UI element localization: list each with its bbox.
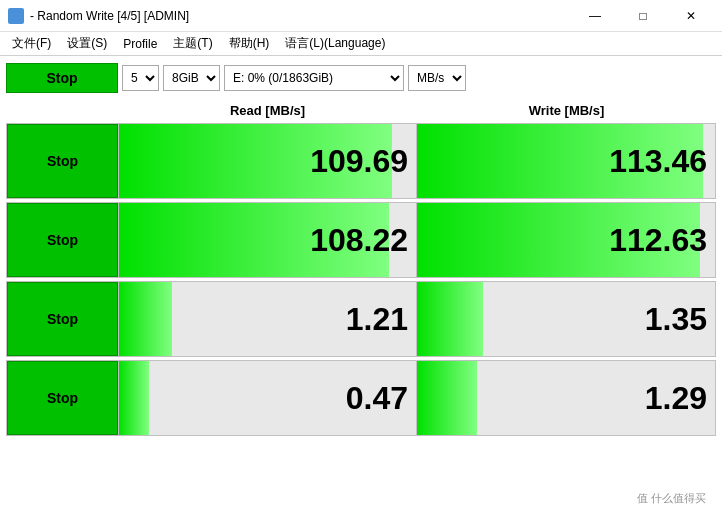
read-value-3: 0.47: [346, 380, 416, 417]
read-value-1: 108.22: [310, 222, 416, 259]
menu-file[interactable]: 文件(F): [4, 33, 59, 54]
write-value-2: 1.35: [645, 301, 715, 338]
read-value-2: 1.21: [346, 301, 416, 338]
row-stop-btn-cell: Stop: [7, 282, 119, 356]
watermark: 值 什么值得买: [637, 491, 706, 506]
write-value-1: 112.63: [609, 222, 715, 259]
write-cell-0: 113.46: [417, 124, 715, 198]
window-controls: — □ ✕: [572, 6, 714, 26]
row-stop-btn-cell: Stop: [7, 203, 119, 277]
write-cell-2: 1.35: [417, 282, 715, 356]
table-row: Stop0.471.29: [6, 360, 716, 436]
col-header-write: Write [MB/s]: [417, 100, 716, 121]
table-header: Read [MB/s] Write [MB/s]: [6, 100, 716, 121]
maximize-button[interactable]: □: [620, 6, 666, 26]
stop-button-row-0[interactable]: Stop: [7, 124, 118, 198]
minimize-button[interactable]: —: [572, 6, 618, 26]
write-value-3: 1.29: [645, 380, 715, 417]
read-cell-3: 0.47: [119, 361, 417, 435]
write-cell-1: 112.63: [417, 203, 715, 277]
count-select[interactable]: 5 1 3: [122, 65, 159, 91]
main-content: Stop 5 1 3 8GiB 1GiB 4GiB E: 0% (0/1863G…: [0, 56, 722, 518]
size-select[interactable]: 8GiB 1GiB 4GiB: [163, 65, 220, 91]
menu-settings[interactable]: 设置(S): [59, 33, 115, 54]
table-row: Stop108.22112.63: [6, 202, 716, 278]
app-icon: [8, 8, 24, 24]
title-bar: - Random Write [4/5] [ADMIN] — □ ✕: [0, 0, 722, 32]
menu-theme[interactable]: 主题(T): [165, 33, 220, 54]
bench-rows: Stop109.69113.46Stop108.22112.63Stop1.21…: [6, 123, 716, 436]
col-header-read: Read [MB/s]: [118, 100, 417, 121]
read-value-0: 109.69: [310, 143, 416, 180]
unit-select[interactable]: MB/s GB/s: [408, 65, 466, 91]
stop-button-row-1[interactable]: Stop: [7, 203, 118, 277]
toolbar: Stop 5 1 3 8GiB 1GiB 4GiB E: 0% (0/1863G…: [6, 62, 716, 94]
main-wrapper: Stop 5 1 3 8GiB 1GiB 4GiB E: 0% (0/1863G…: [6, 62, 716, 512]
col-header-btn: [6, 100, 118, 121]
menu-language[interactable]: 语言(L)(Language): [277, 33, 393, 54]
close-button[interactable]: ✕: [668, 6, 714, 26]
table-row: Stop1.211.35: [6, 281, 716, 357]
table-row: Stop109.69113.46: [6, 123, 716, 199]
menu-bar: 文件(F) 设置(S) Profile 主题(T) 帮助(H) 语言(L)(La…: [0, 32, 722, 56]
menu-help[interactable]: 帮助(H): [221, 33, 278, 54]
write-cell-3: 1.29: [417, 361, 715, 435]
row-stop-btn-cell: Stop: [7, 124, 119, 198]
window-title: - Random Write [4/5] [ADMIN]: [30, 9, 572, 23]
menu-profile[interactable]: Profile: [115, 35, 165, 53]
drive-select[interactable]: E: 0% (0/1863GiB): [224, 65, 404, 91]
stop-button-row-3[interactable]: Stop: [7, 361, 118, 435]
main-stop-button[interactable]: Stop: [6, 63, 118, 93]
read-cell-1: 108.22: [119, 203, 417, 277]
read-cell-0: 109.69: [119, 124, 417, 198]
write-value-0: 113.46: [609, 143, 715, 180]
row-stop-btn-cell: Stop: [7, 361, 119, 435]
read-cell-2: 1.21: [119, 282, 417, 356]
stop-button-row-2[interactable]: Stop: [7, 282, 118, 356]
